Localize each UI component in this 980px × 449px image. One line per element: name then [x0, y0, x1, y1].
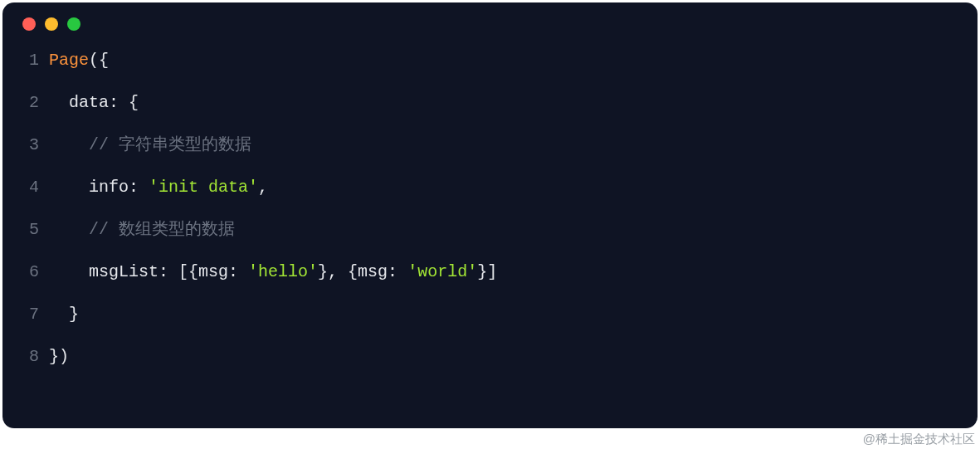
- code-line: 1Page({: [21, 39, 978, 81]
- code-line: 2 data: {: [21, 81, 978, 124]
- token-string: 'hello': [248, 262, 318, 281]
- token-string: 'init data': [149, 178, 258, 197]
- token-key: msgList:: [89, 262, 178, 281]
- code-line: 6 msgList: [{msg: 'hello'}, {msg: 'world…: [21, 251, 978, 293]
- watermark-text: @稀土掘金技术社区: [863, 432, 975, 447]
- zoom-icon[interactable]: [67, 17, 80, 31]
- token-string: 'world': [407, 262, 477, 281]
- token-key: msg:: [358, 262, 407, 281]
- token-key: msg:: [198, 262, 248, 281]
- line-number: 5: [21, 208, 39, 251]
- line-number: 7: [21, 293, 39, 335]
- line-source: data: {: [39, 81, 139, 124]
- token-punct: }): [49, 347, 69, 366]
- token-punct: {: [129, 93, 139, 112]
- line-number: 8: [21, 335, 39, 378]
- code-line: 5 // 数组类型的数据: [21, 208, 978, 251]
- line-number: 4: [21, 166, 39, 208]
- token-punct: [{: [178, 262, 198, 281]
- token-punct: ,: [258, 178, 268, 197]
- token-key: info:: [89, 178, 149, 197]
- line-number: 3: [21, 124, 39, 166]
- minimize-icon[interactable]: [45, 17, 58, 31]
- token-punct: }, {: [318, 262, 358, 281]
- line-source: }): [39, 335, 69, 378]
- code-line: 4 info: 'init data',: [21, 166, 978, 208]
- token-comment: // 字符串类型的数据: [89, 135, 251, 154]
- code-line: 7 }: [21, 293, 978, 335]
- token-comment: // 数组类型的数据: [89, 220, 235, 239]
- code-line: 8}): [21, 335, 978, 378]
- line-number: 6: [21, 251, 39, 293]
- line-source: }: [39, 293, 79, 335]
- line-number: 2: [21, 81, 39, 124]
- token-punct: }: [69, 305, 79, 324]
- token-punct: ({: [89, 51, 109, 70]
- line-source: info: 'init data',: [39, 166, 268, 208]
- close-icon[interactable]: [22, 17, 36, 31]
- line-source: msgList: [{msg: 'hello'}, {msg: 'world'}…: [39, 251, 497, 293]
- code-editor-window: 1Page({2 data: {3 // 字符串类型的数据4 info: 'in…: [2, 2, 978, 428]
- code-line: 3 // 字符串类型的数据: [21, 124, 978, 166]
- code-block: 1Page({2 data: {3 // 字符串类型的数据4 info: 'in…: [2, 31, 978, 378]
- line-source: // 数组类型的数据: [39, 208, 235, 251]
- line-source: Page({: [39, 39, 109, 81]
- window-titlebar: [2, 2, 978, 31]
- token-kw: Page: [49, 51, 89, 70]
- token-punct: }]: [477, 262, 497, 281]
- line-source: // 字符串类型的数据: [39, 124, 251, 166]
- token-key: data:: [69, 93, 129, 112]
- line-number: 1: [21, 39, 39, 81]
